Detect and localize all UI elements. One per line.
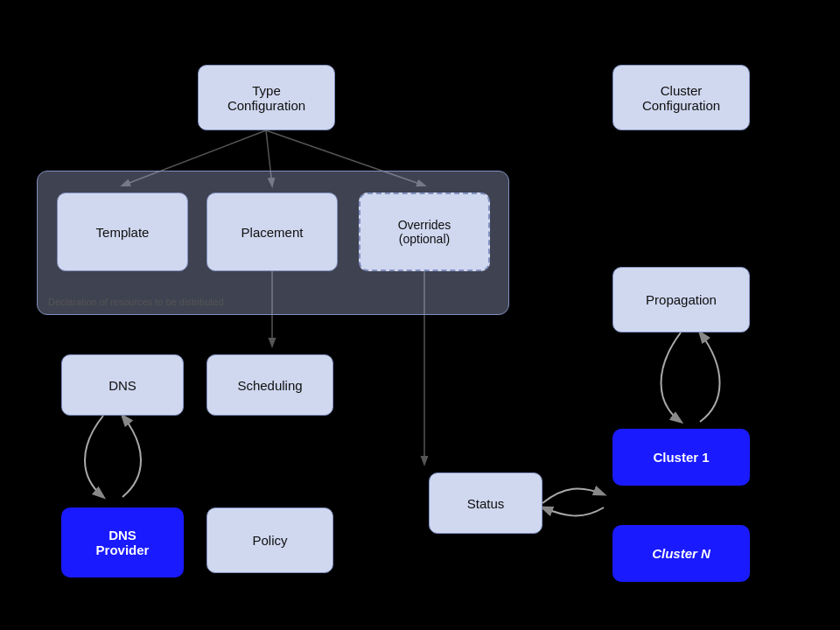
- template-label: Template: [96, 225, 150, 240]
- dns-provider-label: DNS Provider: [96, 528, 150, 557]
- cluster-config-box: Cluster Configuration: [612, 65, 750, 130]
- propagation-label: Propagation: [646, 292, 717, 307]
- overrides-box: Overrides (optional): [359, 192, 490, 271]
- template-box: Template: [57, 192, 188, 271]
- clusterN-box: Cluster N: [612, 525, 750, 582]
- status-label: Status: [467, 496, 505, 511]
- placement-box: Placement: [206, 192, 338, 271]
- policy-box: Policy: [206, 508, 333, 573]
- cluster1-label: Cluster 1: [653, 450, 709, 465]
- placement-label: Placement: [242, 225, 304, 240]
- status-box: Status: [429, 472, 542, 534]
- dns-box: DNS: [61, 354, 184, 416]
- type-config-label: Type Configuration: [228, 83, 305, 113]
- dns-label: DNS: [108, 378, 136, 393]
- clusterN-label: Cluster N: [652, 546, 710, 561]
- policy-label: Policy: [252, 533, 287, 548]
- overrides-label: Overrides (optional): [398, 218, 452, 246]
- type-config-box: Type Configuration: [198, 65, 335, 130]
- cluster-config-label: Cluster Configuration: [642, 83, 720, 113]
- propagation-box: Propagation: [612, 267, 750, 332]
- scheduling-box: Scheduling: [206, 354, 333, 416]
- cluster1-box: Cluster 1: [612, 429, 750, 486]
- dns-provider-box: DNS Provider: [61, 508, 184, 578]
- scheduling-label: Scheduling: [237, 378, 302, 393]
- group-label: Declaration of resources to be distribut…: [48, 297, 224, 307]
